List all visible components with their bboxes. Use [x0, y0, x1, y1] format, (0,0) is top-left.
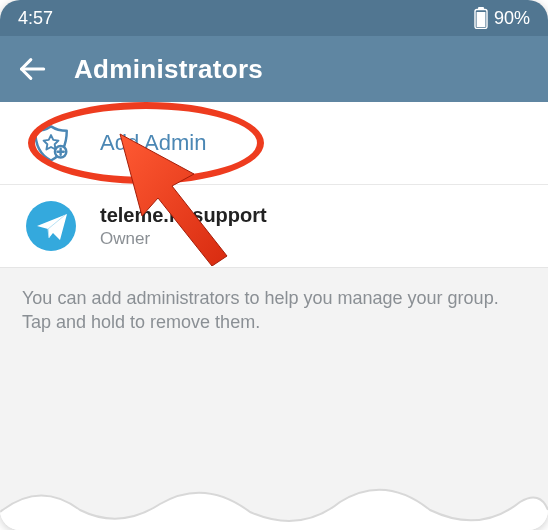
admin-texts: teleme.io support Owner: [100, 204, 267, 249]
phone-frame: 4:57 90% Administrators: [0, 0, 548, 530]
admin-name: teleme.io support: [100, 204, 267, 227]
status-right: 90%: [474, 7, 530, 29]
status-time: 4:57: [18, 8, 53, 29]
add-admin-label: Add Admin: [100, 130, 206, 156]
status-battery-pct: 90%: [494, 8, 530, 29]
torn-edge: [0, 472, 548, 530]
app-header: Administrators: [0, 36, 548, 102]
avatar: [26, 201, 76, 251]
help-text: You can add administrators to help you m…: [0, 268, 548, 353]
status-bar: 4:57 90%: [0, 0, 548, 36]
add-admin-icon: [26, 118, 76, 168]
page-title: Administrators: [74, 54, 263, 85]
add-admin-row[interactable]: Add Admin: [0, 102, 548, 184]
content-area: Add Admin teleme.io support Owner You ca…: [0, 102, 548, 530]
battery-icon: [474, 7, 488, 29]
back-button[interactable]: [18, 55, 46, 83]
svg-rect-2: [477, 12, 486, 27]
admin-role: Owner: [100, 229, 267, 249]
admin-list-item[interactable]: teleme.io support Owner: [0, 184, 548, 267]
